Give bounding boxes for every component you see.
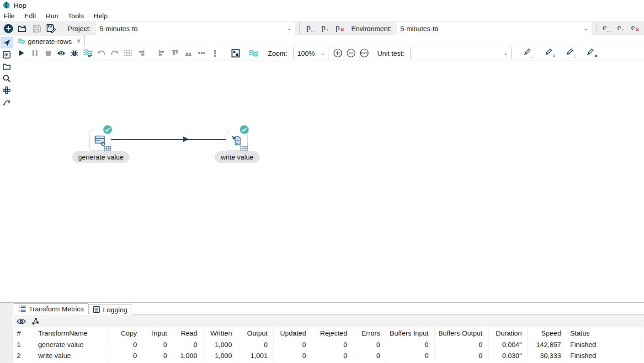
environment-add-button[interactable]: e+ xyxy=(615,23,626,34)
table-cell: Finished xyxy=(567,339,640,350)
unittest-edit-button[interactable]: .. xyxy=(520,48,538,59)
align-bottom-icon[interactable] xyxy=(184,48,193,59)
table-cell: 142,857 xyxy=(527,339,567,350)
column-header[interactable]: Copy xyxy=(108,327,143,339)
column-header[interactable]: Read xyxy=(173,327,203,339)
project-select[interactable]: 5-minutes-to ⌄ xyxy=(96,22,295,35)
project-delete-button[interactable]: p✕ xyxy=(334,23,346,34)
unittest-delete-button[interactable]: ✕ xyxy=(583,48,601,59)
node-label[interactable]: write value xyxy=(215,151,260,163)
node-label[interactable]: generate value xyxy=(72,151,129,163)
toolbar-separator xyxy=(61,22,61,34)
column-header[interactable]: Speed xyxy=(527,327,567,339)
generate-rows-icon xyxy=(94,134,106,147)
pipeline-check-button[interactable] xyxy=(83,48,93,59)
stop-button[interactable] xyxy=(43,48,53,59)
search-perspective-button[interactable] xyxy=(0,72,13,84)
align-top-icon[interactable] xyxy=(170,48,180,59)
column-header[interactable]: Rejected xyxy=(312,327,353,339)
table-cell: 0 xyxy=(108,339,143,350)
environment-edit-button[interactable]: e.. xyxy=(601,23,612,34)
table-cell: 2 xyxy=(14,350,35,361)
lineage-graph-icon[interactable] xyxy=(32,317,39,325)
pause-button[interactable] xyxy=(30,48,39,59)
table-cell: 0 xyxy=(434,339,488,350)
unittest-add-button[interactable]: + xyxy=(541,48,558,59)
zoom-select[interactable]: 100% ⌄ xyxy=(293,47,329,59)
hop-perspective-button[interactable] xyxy=(0,96,13,108)
run-button[interactable] xyxy=(17,48,26,59)
tab-transform-metrics[interactable]: 1 2 Transform Metrics xyxy=(14,303,88,315)
table-cell: 0 xyxy=(143,350,173,361)
preview-button[interactable] xyxy=(57,48,66,59)
metadata-perspective-button[interactable] xyxy=(0,48,13,60)
logging-icon: og xyxy=(93,306,100,313)
zoom-in-button[interactable] xyxy=(333,48,342,59)
save-button[interactable] xyxy=(31,22,42,34)
zoom-reset-button[interactable]: 100% xyxy=(360,48,369,59)
column-header[interactable]: Duration xyxy=(488,327,527,339)
table-cell: 0 xyxy=(273,350,312,361)
project-label: Project: xyxy=(66,25,93,32)
table-cell: 1 xyxy=(14,339,35,350)
column-header[interactable]: Status xyxy=(567,327,640,339)
column-header[interactable]: Written xyxy=(203,327,238,339)
preview-selection-button[interactable] xyxy=(231,48,240,59)
chevron-down-icon: ⌄ xyxy=(287,26,291,32)
column-header[interactable]: Updated xyxy=(273,327,312,339)
menu-file[interactable]: File xyxy=(4,11,20,21)
table-cell: generate value xyxy=(35,339,108,350)
snap-to-grid-button[interactable] xyxy=(123,48,133,59)
hop-link[interactable] xyxy=(111,139,226,140)
transform-node-generate-value[interactable]: generate value xyxy=(89,130,111,151)
redo-button[interactable] xyxy=(110,48,119,59)
environment-select[interactable]: 5-minutes-to ⌄ xyxy=(397,22,591,35)
distribute-vertically-icon[interactable] xyxy=(210,48,219,59)
pipeline-toolbar: Zoom: 100% ⌄ 100% Unit test: ⌄ .. xyxy=(13,46,644,60)
column-header[interactable]: # xyxy=(14,327,35,339)
column-header[interactable]: Input xyxy=(143,327,173,339)
undo-button[interactable] xyxy=(97,48,106,59)
show-results-eye-icon[interactable] xyxy=(16,318,26,325)
open-file-button[interactable] xyxy=(17,22,28,34)
table-row[interactable]: 1generate value0001,0000000000.004"142,8… xyxy=(14,339,640,350)
pipeline-canvas[interactable]: generate value xyxy=(13,60,644,302)
table-cell: 1,000 xyxy=(203,350,238,361)
save-as-button[interactable] xyxy=(45,22,56,34)
table-row[interactable]: 2write value001,0001,0001,001000000.030"… xyxy=(14,350,640,361)
navigate-perspective-button[interactable] xyxy=(0,37,13,48)
table-cell: Finished xyxy=(567,350,640,361)
table-cell: 0 xyxy=(273,339,312,350)
unittest-attach-button[interactable]: ↓ xyxy=(562,48,579,59)
hop-window: Hop File Edit Run Tools Help Project: 5-… xyxy=(0,0,644,363)
unit-test-select[interactable]: ⌄ xyxy=(410,47,512,59)
menu-help[interactable]: Help xyxy=(94,11,113,21)
column-header[interactable]: Errors xyxy=(353,327,386,339)
distribute-horizontally-icon[interactable] xyxy=(197,48,206,59)
menu-tools[interactable]: Tools xyxy=(68,11,89,21)
column-header[interactable]: Output xyxy=(238,327,273,339)
environment-delete-button[interactable]: e✕ xyxy=(629,23,641,34)
table-cell: 30,333 xyxy=(527,350,567,361)
column-header[interactable]: TransformName xyxy=(35,327,108,339)
tab-close-icon[interactable]: ✕ xyxy=(76,38,81,44)
column-header[interactable]: Buffers Input xyxy=(386,327,434,339)
project-edit-button[interactable]: p.. xyxy=(304,23,316,34)
new-button[interactable] xyxy=(3,22,14,34)
menu-edit[interactable]: Edit xyxy=(24,11,41,21)
debug-button[interactable] xyxy=(70,48,79,59)
plugins-perspective-button[interactable] xyxy=(0,84,13,96)
tab-generate-rows[interactable]: generate-rows ✕ xyxy=(14,36,85,46)
transform-node-write-value[interactable]: write value xyxy=(226,130,248,151)
project-add-button[interactable]: p+ xyxy=(319,23,330,34)
zoom-out-button[interactable] xyxy=(346,48,356,59)
align-right-icon[interactable] xyxy=(137,48,146,59)
column-header[interactable]: Buffers Output xyxy=(434,327,488,339)
align-left-icon[interactable] xyxy=(157,48,166,59)
tab-logging[interactable]: og Logging xyxy=(88,304,132,315)
menu-run[interactable]: Run xyxy=(46,11,64,21)
file-explorer-perspective-button[interactable] xyxy=(0,60,13,72)
execution-results-panel: 1 2 Transform Metrics og Logging xyxy=(0,302,644,363)
main-toolbar: Project: 5-minutes-to ⌄ p.. p+ p✕ Enviro… xyxy=(0,21,644,35)
tab-label: generate-rows xyxy=(28,37,72,45)
